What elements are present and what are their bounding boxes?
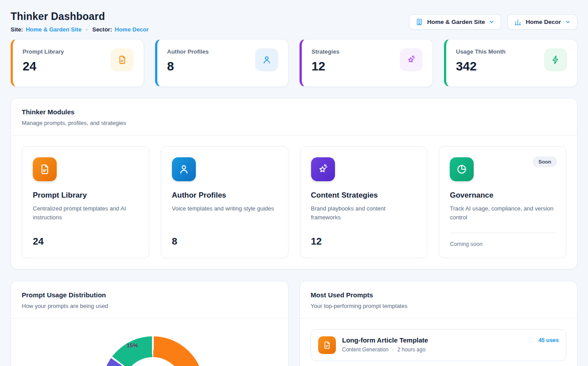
prompt-item-meta: Content Generation · 2 hours ago	[342, 347, 532, 353]
module-title: Content Strategies	[311, 191, 417, 200]
person-icon	[255, 48, 278, 71]
document-icon	[318, 336, 336, 354]
site-link[interactable]: Home & Garden Site	[26, 26, 82, 33]
prompt-item-time: 2 hours ago	[397, 347, 425, 353]
module-count: 8	[172, 230, 277, 247]
usage-distribution-card: Prompt Usage Distribution How your promp…	[11, 281, 288, 366]
module-description: Brand playbooks and content frameworks	[311, 204, 417, 222]
usage-card-subtitle: How your prompts are being used	[22, 303, 277, 309]
separator-dot: ·	[86, 26, 88, 33]
prompts-card-title: Most Used Prompts	[311, 291, 566, 299]
modules-panel-header: Thinker Modules Manage prompts, profiles…	[11, 98, 577, 136]
stat-label: Strategies	[312, 48, 339, 55]
sector-dropdown-label: Home Decor	[526, 19, 561, 25]
most-used-prompts-card: Most Used Prompts Your top-performing pr…	[300, 281, 577, 366]
module-count: 12	[311, 230, 417, 247]
stat-label: Prompt Library	[23, 48, 64, 55]
page-header: Thinker Dashboard Site: Home & Garden Si…	[11, 11, 577, 33]
bottom-row: Prompt Usage Distribution How your promp…	[11, 281, 577, 366]
prompts-card-subtitle: Your top-performing prompt templates	[311, 303, 566, 309]
stat-card-usage: Usage This Month 342	[444, 39, 577, 87]
building-icon	[416, 18, 423, 26]
soon-badge: Soon	[533, 156, 557, 167]
document-icon	[111, 48, 134, 71]
modules-grid: Prompt Library Centralized prompt templa…	[11, 136, 577, 269]
coming-soon-text: Coming soon	[450, 241, 555, 247]
module-title: Prompt Library	[33, 191, 138, 200]
stat-label: Author Profiles	[167, 48, 209, 55]
donut-segment-label: 15%	[122, 342, 142, 349]
module-description: Voice templates and writing style guides	[172, 204, 277, 213]
sector-dropdown[interactable]: Home Decor	[507, 14, 577, 30]
usage-card-header: Prompt Usage Distribution How your promp…	[11, 281, 288, 319]
module-card-author-profiles[interactable]: Author Profiles Voice templates and writ…	[161, 146, 288, 258]
stat-value: 8	[167, 59, 209, 74]
header-controls: Home & Garden Site Home Decor	[409, 14, 577, 30]
chevron-down-icon	[565, 19, 571, 25]
chevron-down-icon	[489, 19, 495, 25]
module-card-governance[interactable]: Soon Governance Track AI usage, complian…	[439, 146, 566, 258]
modules-title: Thinker Modules	[22, 108, 566, 116]
stat-value: 12	[312, 59, 339, 74]
site-label: Site:	[11, 26, 23, 33]
sparkle-star-icon	[311, 157, 335, 181]
site-dropdown-label: Home & Garden Site	[427, 19, 485, 25]
module-footer: Coming soon	[450, 233, 555, 247]
module-title: Governance	[450, 191, 555, 200]
module-card-prompt-library[interactable]: Prompt Library Centralized prompt templa…	[22, 146, 149, 258]
module-count: 24	[33, 230, 138, 247]
stats-row: Prompt Library 24 Author Profiles 8	[11, 39, 577, 87]
document-icon	[33, 157, 57, 181]
divider	[450, 233, 555, 233]
bar-chart-icon	[514, 18, 522, 26]
sector-link[interactable]: Home Decor	[115, 26, 149, 33]
site-dropdown[interactable]: Home & Garden Site	[409, 14, 502, 30]
prompt-item-body: Long-form Article Template Content Gener…	[342, 336, 532, 353]
person-icon	[172, 157, 196, 181]
prompt-item-category: Content Generation	[342, 347, 389, 353]
thinker-modules-panel: Thinker Modules Manage prompts, profiles…	[11, 98, 577, 269]
prompts-card-header: Most Used Prompts Your top-performing pr…	[300, 281, 577, 319]
sparkle-star-icon	[400, 48, 423, 71]
prompt-item-uses-badge: 45 uses	[538, 337, 559, 343]
sector-label: Sector:	[92, 26, 112, 33]
stat-card-author-profiles: Author Profiles 8	[155, 39, 288, 87]
stat-value: 342	[456, 59, 506, 74]
module-description: Centralized prompt templates and AI inst…	[33, 204, 138, 222]
prompt-list-item[interactable]: Long-form Article Template Content Gener…	[311, 329, 566, 361]
module-card-content-strategies[interactable]: Content Strategies Brand playbooks and c…	[300, 146, 428, 258]
stat-card-strategies: Strategies 12	[300, 39, 433, 87]
prompt-list: Long-form Article Template Content Gener…	[300, 319, 577, 366]
stat-card-prompt-library: Prompt Library 24	[11, 39, 144, 87]
module-description: Track AI usage, compliance, and version …	[450, 204, 555, 222]
modules-subtitle: Manage prompts, profiles, and strategies	[22, 120, 566, 126]
pie-chart-icon	[450, 157, 474, 181]
module-title: Author Profiles	[172, 191, 277, 200]
prompt-item-title: Long-form Article Template	[342, 336, 532, 344]
dashboard-page: Thinker Dashboard Site: Home & Garden Si…	[0, 0, 588, 366]
stat-value: 24	[23, 59, 64, 74]
usage-card-title: Prompt Usage Distribution	[22, 291, 277, 299]
donut-ring: 15%	[101, 336, 203, 366]
donut-hole	[122, 357, 183, 366]
zap-icon	[544, 48, 567, 71]
donut-chart: 15%	[11, 319, 288, 366]
separator-dot: ·	[392, 347, 394, 353]
stat-label: Usage This Month	[456, 48, 506, 55]
